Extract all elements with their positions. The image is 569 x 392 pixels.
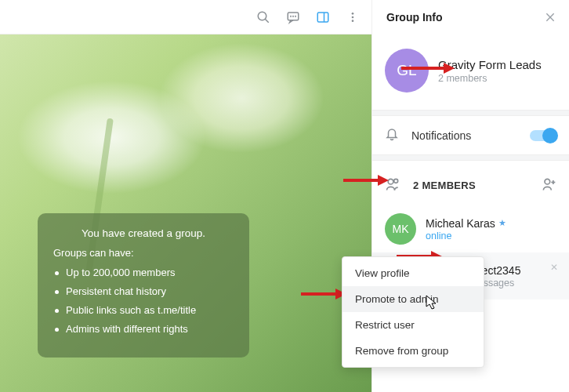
member-name: Micheal Karas★ [426, 217, 506, 230]
menu-restrict-user[interactable]: Restrict user [342, 312, 484, 338]
admin-star-icon: ★ [498, 218, 506, 228]
svg-point-8 [352, 13, 354, 15]
remove-member-icon[interactable]: ✕ [550, 262, 558, 273]
notifications-row[interactable]: Notifications [372, 116, 569, 154]
welcome-card: You have created a group. Groups can hav… [38, 213, 249, 358]
welcome-list: Up to 200,000 members Persistent chat hi… [53, 267, 234, 335]
notifications-toggle[interactable] [530, 130, 556, 141]
menu-promote-admin[interactable]: Promote to admin [342, 286, 484, 312]
welcome-bullet: Up to 200,000 members [53, 267, 234, 278]
panel-title: Group Info [386, 11, 542, 24]
top-bar [0, 0, 371, 34]
menu-remove-group[interactable]: Remove from group [342, 338, 484, 364]
svg-point-0 [258, 12, 266, 20]
sidebar-toggle-icon[interactable] [313, 8, 332, 27]
svg-line-1 [265, 19, 269, 23]
group-summary: GL Gravity Form Leads 2 members [372, 34, 569, 110]
svg-rect-6 [317, 13, 328, 22]
group-member-count: 2 members [438, 73, 542, 84]
member-row[interactable]: MK Micheal Karas★ online [372, 205, 569, 252]
panel-header: Group Info [372, 0, 569, 34]
context-menu: View profile Promote to admin Restrict u… [342, 256, 484, 368]
svg-point-13 [388, 179, 393, 184]
group-avatar[interactable]: GL [385, 49, 429, 93]
notifications-label: Notifications [411, 129, 517, 142]
close-icon[interactable] [542, 9, 558, 25]
member-avatar: MK [385, 213, 416, 245]
welcome-subtitle: Groups can have: [53, 247, 234, 259]
welcome-bullet: Public links such as t.me/title [53, 304, 234, 316]
welcome-title: You have created a group. [53, 227, 234, 239]
members-header: 2 MEMBERS [372, 161, 569, 205]
separator [372, 110, 569, 116]
separator [372, 154, 569, 161]
more-icon[interactable] [343, 8, 362, 27]
svg-point-15 [545, 179, 550, 184]
chat-icon[interactable] [284, 8, 303, 27]
svg-point-9 [352, 16, 354, 18]
svg-point-10 [352, 20, 354, 22]
group-name: Gravity Form Leads [438, 58, 542, 71]
welcome-bullet: Admins with different rights [53, 323, 234, 335]
search-icon[interactable] [254, 8, 273, 27]
welcome-bullet: Persistent chat history [53, 285, 234, 297]
svg-point-14 [394, 179, 398, 183]
chat-background: You have created a group. Groups can hav… [0, 0, 371, 392]
members-title: 2 MEMBERS [413, 180, 528, 191]
bell-icon [385, 127, 399, 143]
members-icon [385, 176, 400, 194]
menu-view-profile[interactable]: View profile [342, 260, 484, 286]
member-status: online [426, 230, 506, 241]
add-member-icon[interactable] [541, 176, 556, 194]
